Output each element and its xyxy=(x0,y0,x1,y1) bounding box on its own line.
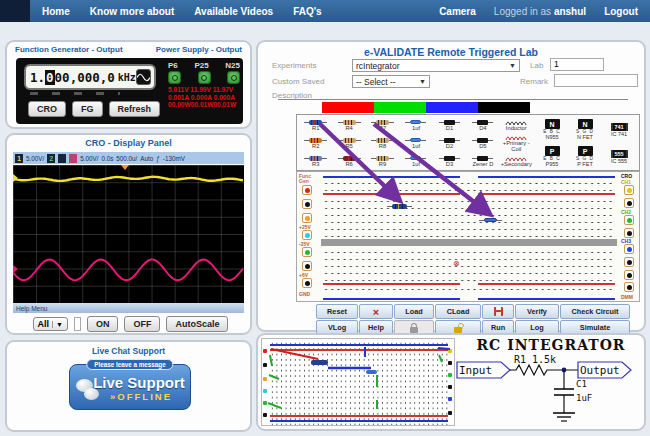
component-r5[interactable]: R5 xyxy=(332,134,365,152)
custom-saved-select[interactable]: -- Select --▼ xyxy=(352,75,430,88)
wire-color-black[interactable] xyxy=(478,102,530,113)
p25-power-led[interactable] xyxy=(198,71,211,84)
component-cap3[interactable]: 1uf xyxy=(399,152,432,170)
component-n-fet[interactable]: NS G DN FET xyxy=(569,116,601,143)
field-lower-holes xyxy=(323,249,615,281)
cload-button[interactable]: CLoad xyxy=(435,304,481,319)
leave-message-pill: Please leave a message xyxy=(86,359,173,370)
experiments-select[interactable]: rcIntegrator▼ xyxy=(352,59,520,72)
nav-logo xyxy=(0,0,30,22)
action-buttons: Reset × Load CLoad Verify Check Circuit … xyxy=(316,304,630,335)
component-r2[interactable]: R2 xyxy=(299,134,332,152)
wire-color-blue[interactable] xyxy=(426,102,478,113)
component-d4[interactable]: D4 xyxy=(466,116,499,134)
component-r7[interactable]: R7 xyxy=(366,116,399,134)
dmm-terminal-1[interactable] xyxy=(624,270,634,280)
component-cap1[interactable]: 1uf xyxy=(399,116,432,134)
component-d3[interactable]: D3 xyxy=(433,152,466,170)
channel-indicator[interactable] xyxy=(74,317,81,331)
svg-text:Input: Input xyxy=(459,364,492,377)
nav-camera[interactable]: Camera xyxy=(439,6,476,17)
reset-button[interactable]: Reset xyxy=(316,304,358,319)
cro-button[interactable]: CRO xyxy=(28,101,66,117)
rail-bottom-red xyxy=(323,283,615,285)
remark-input[interactable] xyxy=(554,74,638,87)
delete-button[interactable]: × xyxy=(359,304,393,319)
ch2-level-marker xyxy=(13,265,18,273)
gnd-terminal-3[interactable] xyxy=(302,278,312,288)
component-cap2[interactable]: 1uf xyxy=(399,134,432,152)
scope-status-bar: 1 5.00V/ 2 5.00V/ 0.0s 500.0u/ Auto ƒ -1… xyxy=(13,152,244,164)
component-pnp-transistor[interactable]: PE B CP955 xyxy=(535,143,569,170)
component-ic555[interactable]: 555IC 555 xyxy=(601,143,637,170)
help-menu-bar[interactable]: Help Menu xyxy=(13,303,244,313)
nav-home[interactable]: Home xyxy=(42,6,70,17)
gnd-terminal-2[interactable] xyxy=(302,261,312,271)
ch2-terminal[interactable] xyxy=(624,215,634,225)
component-r8[interactable]: R8 xyxy=(366,134,399,152)
nav-know-more[interactable]: Know more about xyxy=(90,6,174,17)
component-d2[interactable]: D2 xyxy=(433,134,466,152)
nav-logout[interactable]: Logout xyxy=(604,6,638,17)
n25-label: N25 xyxy=(225,61,240,70)
fg-button[interactable]: FG xyxy=(72,101,103,117)
check-circuit-button[interactable]: Check Circuit xyxy=(560,304,630,319)
ch2-gnd-terminal[interactable] xyxy=(624,228,634,238)
component-secondary-coil[interactable]: +Secondary xyxy=(500,152,533,170)
ch1-gnd-terminal[interactable] xyxy=(624,198,634,208)
component-npn-transistor[interactable]: NE B CN955 xyxy=(535,116,569,143)
component-r3[interactable]: R3 xyxy=(299,152,332,170)
cro-title: CRO - Display Panel xyxy=(7,138,250,148)
p25v-terminal[interactable] xyxy=(302,213,312,223)
frequency-display: 1.000,000,0 kHz xyxy=(24,64,156,90)
ps-title: Power Supply - Output xyxy=(156,45,242,54)
ch1-terminal[interactable] xyxy=(624,185,634,195)
component-r4[interactable]: R4 xyxy=(332,116,365,134)
component-r1[interactable]: R1 xyxy=(299,116,332,134)
placed-capacitor[interactable] xyxy=(479,218,502,222)
dmm-terminal-2[interactable] xyxy=(624,282,634,292)
username: anshul xyxy=(554,6,586,17)
breadboard[interactable]: Func Gen +25V -25V +6V GND CRO CH1 CH2 C… xyxy=(296,171,640,302)
on-button[interactable]: ON xyxy=(87,316,119,332)
lab-panel: e-VALIDATE Remote Triggered Lab Experime… xyxy=(256,40,646,332)
p6-power-led[interactable] xyxy=(168,71,181,84)
ch3-terminal[interactable] xyxy=(624,244,634,254)
channel-select[interactable]: All▼ xyxy=(33,317,68,331)
component-r6[interactable]: R6 xyxy=(332,152,365,170)
top-nav: Home Know more about Available Videos FA… xyxy=(0,0,650,22)
p6v-terminal[interactable] xyxy=(302,247,312,257)
nav-faqs[interactable]: FAQ's xyxy=(293,6,322,17)
n25v-terminal[interactable] xyxy=(302,230,312,240)
verify-button[interactable]: Verify xyxy=(515,304,559,319)
load-button[interactable]: Load xyxy=(394,304,434,319)
wire-color-red[interactable] xyxy=(322,102,374,113)
custom-saved-label: Custom Saved xyxy=(272,77,324,86)
component-p-fet[interactable]: PS G DP FET xyxy=(569,143,601,170)
lab-number-input[interactable]: 1 xyxy=(550,58,604,71)
component-d1[interactable]: D1 xyxy=(433,116,466,134)
save-button[interactable] xyxy=(482,304,514,319)
remark-label: Remark xyxy=(520,77,548,86)
dmm-label: DMM xyxy=(621,294,633,300)
gnd-terminal-1[interactable] xyxy=(302,199,312,209)
refresh-button[interactable]: Refresh xyxy=(109,101,161,117)
component-inductor[interactable]: Inductor xyxy=(500,116,533,134)
save-icon xyxy=(494,307,503,316)
off-button[interactable]: OFF xyxy=(124,316,160,332)
n25-power-led[interactable] xyxy=(227,71,240,84)
component-primary-coil[interactable]: +Primary - Coil xyxy=(500,134,533,152)
component-d5[interactable]: D5 xyxy=(466,134,499,152)
func-gen-terminal[interactable] xyxy=(302,185,312,195)
ch3-gnd-terminal[interactable] xyxy=(624,257,634,267)
component-zener[interactable]: Zener D xyxy=(466,152,499,170)
cro-display-panel: CRO - Display Panel 1 5.00V/ 2 5.00V/ 0.… xyxy=(5,133,252,335)
component-ic741[interactable]: 741IC 741 xyxy=(601,116,637,143)
placed-resistor[interactable] xyxy=(387,204,412,209)
schematic-title: RC INTEGRATOR xyxy=(456,337,646,353)
live-support-badge[interactable]: Please leave a message Live Support »OFF… xyxy=(69,364,191,410)
nav-available-videos[interactable]: Available Videos xyxy=(194,6,273,17)
autoscale-button[interactable]: AutoScale xyxy=(166,316,228,332)
wire-color-green[interactable] xyxy=(374,102,426,113)
component-r9[interactable]: R9 xyxy=(366,152,399,170)
